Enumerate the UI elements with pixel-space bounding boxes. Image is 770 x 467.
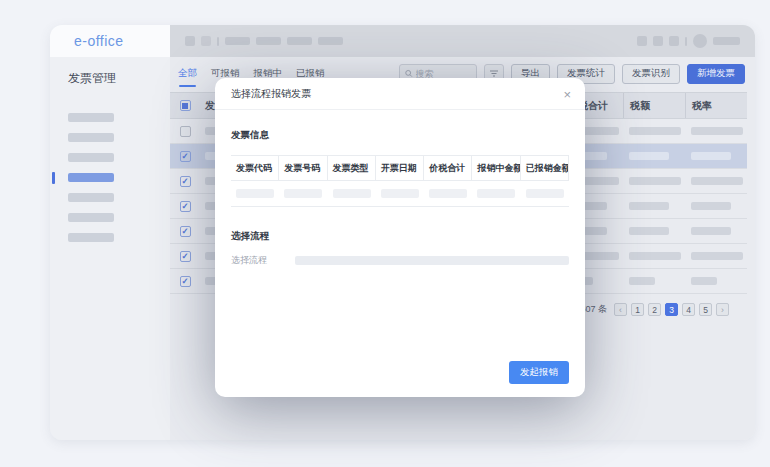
- row-checkbox[interactable]: [180, 226, 191, 237]
- modal-footer: 发起报销: [215, 361, 585, 397]
- modal-body: 发票信息 发票代码 发票号码 发票类型 开票日期 价税合计 报销中金额 已报销金…: [215, 110, 585, 361]
- nav-skeleton-icon: [185, 36, 195, 46]
- modal-col-invoice-number: 发票号码: [279, 156, 327, 180]
- nav-skeleton-icon: [637, 36, 647, 46]
- modal-header: 选择流程报销发票 ×: [215, 78, 585, 110]
- page-title: 发票管理: [68, 70, 170, 87]
- pagination-page-3-active[interactable]: 3: [665, 303, 678, 316]
- nav-skeleton-icon: [669, 36, 679, 46]
- modal-col-reimbursed-amount: 已报销金额: [521, 156, 569, 180]
- select-flow-modal: 选择流程报销发票 × 发票信息 发票代码 发票号码 发票类型 开票日期 价税合计…: [215, 78, 585, 397]
- section-invoice-info: 发票信息: [231, 129, 569, 142]
- pagination-next-button[interactable]: ›: [716, 303, 729, 316]
- nav-skeleton-icon: [653, 36, 663, 46]
- flow-select-row: 选择流程: [231, 254, 569, 267]
- modal-col-invoice-code: 发票代码: [231, 156, 279, 180]
- top-navbar: e-office: [50, 25, 755, 57]
- sidebar-item[interactable]: [68, 113, 114, 122]
- flow-select-label: 选择流程: [231, 254, 295, 267]
- modal-table-header-row: 发票代码 发票号码 发票类型 开票日期 价税合计 报销中金额 已报销金额: [231, 156, 569, 181]
- close-icon[interactable]: ×: [563, 88, 571, 101]
- row-checkbox[interactable]: [180, 201, 191, 212]
- nav-skeleton-item: [318, 37, 343, 45]
- logo: e-office: [50, 25, 170, 57]
- add-invoice-button[interactable]: 新增发票: [687, 64, 745, 84]
- tab-all[interactable]: 全部: [178, 67, 197, 80]
- navbar-content: [170, 25, 755, 57]
- row-checkbox[interactable]: [180, 251, 191, 262]
- column-header-tax-amount: 税额: [623, 93, 685, 118]
- modal-col-invoice-date: 开票日期: [376, 156, 424, 180]
- sidebar-item[interactable]: [68, 133, 114, 142]
- section-select-flow: 选择流程: [231, 230, 569, 243]
- nav-skeleton-item: [256, 37, 281, 45]
- pagination-prev-button[interactable]: ‹: [614, 303, 627, 316]
- row-checkbox[interactable]: [180, 126, 191, 137]
- search-input[interactable]: [416, 69, 471, 79]
- nav-skeleton-divider: [685, 37, 687, 46]
- nav-skeleton-item: [287, 37, 312, 45]
- column-header-tax-rate: 税率: [685, 93, 747, 118]
- modal-table-row: [231, 181, 569, 207]
- modal-invoice-table: 发票代码 发票号码 发票类型 开票日期 价税合计 报销中金额 已报销金额: [231, 155, 569, 207]
- modal-col-in-reimbursement-amount: 报销中金额: [472, 156, 520, 180]
- row-checkbox[interactable]: [180, 276, 191, 287]
- avatar: [693, 34, 707, 48]
- filter-icon: [489, 69, 499, 78]
- sidebar-item[interactable]: [68, 233, 114, 242]
- sidebar-menu: [50, 113, 170, 242]
- sidebar: 发票管理: [50, 57, 170, 440]
- modal-col-invoice-type: 发票类型: [328, 156, 376, 180]
- sidebar-item[interactable]: [68, 213, 114, 222]
- row-checkbox[interactable]: [180, 151, 191, 162]
- nav-skeleton-item: [225, 37, 250, 45]
- pagination-page-4[interactable]: 4: [682, 303, 695, 316]
- invoice-recognize-button[interactable]: 发票识别: [622, 64, 680, 84]
- pagination-page-5[interactable]: 5: [699, 303, 712, 316]
- nav-skeleton-divider: [217, 37, 219, 46]
- sidebar-item[interactable]: [68, 153, 114, 162]
- flow-select-input[interactable]: [295, 256, 569, 265]
- pagination-page-2[interactable]: 2: [648, 303, 661, 316]
- search-icon: [405, 69, 413, 78]
- pagination-page-1[interactable]: 1: [631, 303, 644, 316]
- modal-col-total: 价税合计: [424, 156, 472, 180]
- row-checkbox[interactable]: [180, 176, 191, 187]
- submit-reimbursement-button[interactable]: 发起报销: [509, 361, 569, 384]
- sidebar-item[interactable]: [68, 193, 114, 202]
- sidebar-item-active[interactable]: [68, 173, 114, 182]
- modal-title: 选择流程报销发票: [231, 87, 311, 101]
- select-all-checkbox[interactable]: [180, 100, 191, 111]
- nav-skeleton-username: [713, 37, 740, 45]
- nav-skeleton-icon: [201, 36, 211, 46]
